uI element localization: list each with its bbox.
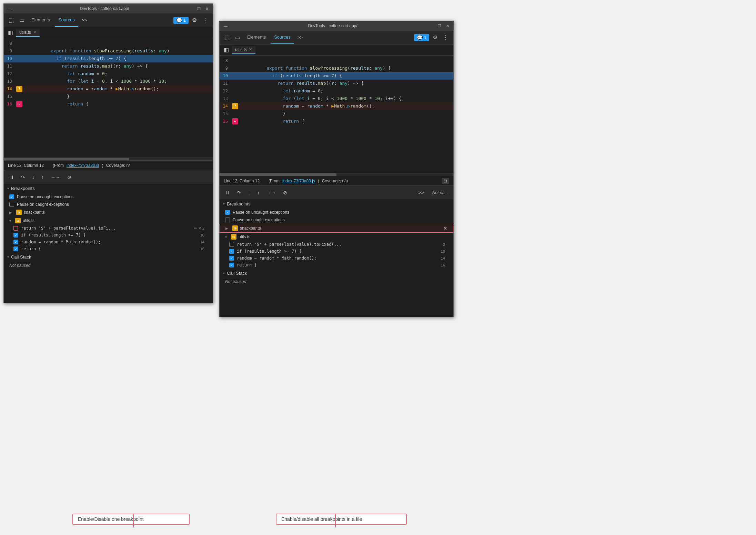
- breakpoints-header-2[interactable]: ▾ Breakpoints: [220, 199, 453, 209]
- minimize-btn[interactable]: —: [7, 7, 13, 11]
- inspect-icon-2[interactable]: ⬚: [222, 33, 232, 42]
- panel-toggle-2[interactable]: ◧: [221, 45, 232, 54]
- tab-sources-2[interactable]: Sources: [271, 31, 294, 44]
- titlebar-left-controls-2: —: [222, 24, 229, 28]
- window-title-2: DevTools - coffee-cart.app/: [229, 23, 436, 28]
- close-snackbar-breakpoint[interactable]: ✕: [443, 225, 447, 231]
- bp-cb-return-dollar-2[interactable]: [229, 242, 234, 247]
- bp-item-if-results-2: ✓ if (results.length >= 7) { 10: [220, 248, 453, 255]
- source-link-2[interactable]: index-73f73a80.js: [282, 179, 315, 183]
- toolbar-right-1: 💬 1 ⚙ ⋮: [173, 16, 210, 25]
- continue-btn-1[interactable]: →→: [48, 173, 63, 181]
- pause-caught-2: Pause on caught exceptions: [220, 216, 453, 224]
- restore-btn-2[interactable]: ❐: [436, 24, 443, 28]
- more-debug-btn[interactable]: >>: [415, 189, 426, 197]
- bp-cb-if-results-1[interactable]: ✓: [13, 233, 18, 238]
- continue-btn-2[interactable]: →→: [264, 189, 279, 197]
- panel-toggle-1[interactable]: ◧: [5, 28, 16, 37]
- code-area-1: 8 9 export function slowProcessing(resul…: [4, 38, 213, 158]
- bp-item-random-1: ✓ random = random * Math.random(); 14: [4, 239, 213, 245]
- snackbar-ts-icon-2: ts: [232, 225, 238, 231]
- titlebar-left-controls: —: [7, 7, 13, 11]
- pause-uncaught-cb-1[interactable]: ✓: [9, 194, 14, 199]
- file-tab-close-1[interactable]: ✕: [33, 30, 36, 34]
- bp-cb-return-dollar-1[interactable]: [13, 226, 18, 231]
- bp-item-return-1: ✓ return { 16: [4, 245, 213, 252]
- not-paused-2: Not paused: [220, 278, 453, 285]
- bp-item-if-results-1: ✓ if (results.length >= 7) { 10: [4, 232, 213, 239]
- deactivate-btn-2[interactable]: ⊘: [280, 189, 290, 197]
- bottom-panel-2: ▾ Breakpoints ✓ Pause on uncaught except…: [220, 199, 453, 317]
- step-out-btn-2[interactable]: ↑: [254, 189, 262, 197]
- bp-item-return-2: ✓ return { 16: [220, 262, 453, 269]
- snackbar-file-group-1[interactable]: ▶ ts snackbar.ts: [4, 208, 213, 216]
- bp-item-random-2: ✓ random = random * Math.random(); 14: [220, 255, 453, 262]
- window-titlebar-2: — DevTools - coffee-cart.app/ ❐ ✕: [220, 21, 453, 31]
- snackbar-file-group-2[interactable]: ▶ ts snackbar.ts ✕: [220, 224, 453, 233]
- utils-ts-icon-1: ts: [15, 218, 21, 223]
- file-tab-utils-2[interactable]: utils.ts ✕: [232, 46, 255, 54]
- pause-resume-btn-1[interactable]: ⏸: [7, 173, 17, 181]
- utils-file-group-1[interactable]: ▾ ts utils.ts: [4, 216, 213, 225]
- pause-uncaught-2: ✓ Pause on uncaught exceptions: [220, 209, 453, 216]
- utils-triangle-1: ▾: [9, 219, 11, 223]
- callstack-header-2[interactable]: ▾ Call Stack: [220, 269, 453, 278]
- callstack-triangle-2: ▾: [223, 271, 225, 275]
- more-tabs-2[interactable]: >>: [295, 33, 305, 41]
- message-badge-1[interactable]: 💬 1: [173, 17, 189, 24]
- file-tabbar-2: ◧ utils.ts ✕: [220, 44, 453, 55]
- file-tab-utils-1[interactable]: utils.ts ✕: [16, 29, 40, 37]
- bp-cb-if-results-2[interactable]: ✓: [229, 249, 234, 254]
- coverage-expand-btn[interactable]: ⊡: [442, 178, 449, 184]
- utils-triangle-2: ▾: [225, 235, 227, 239]
- pause-caught-cb-1[interactable]: [9, 202, 14, 207]
- bp-cb-random-2[interactable]: ✓: [229, 256, 234, 261]
- menu-icon-1[interactable]: ⋮: [200, 16, 210, 25]
- annotation-left: Enable/Disable one breakpoint: [72, 514, 190, 525]
- minimize-btn-2[interactable]: —: [222, 24, 229, 28]
- file-tabbar-1: ◧ utils.ts ✕: [4, 27, 213, 38]
- step-out-btn-1[interactable]: ↑: [39, 173, 47, 181]
- bp-cb-return-2[interactable]: ✓: [229, 263, 234, 268]
- menu-icon-2[interactable]: ⋮: [441, 33, 451, 42]
- snackbar-ts-icon-1: ts: [16, 210, 22, 215]
- more-tabs-1[interactable]: >>: [80, 16, 89, 24]
- breakpoints-header-1[interactable]: ▾ Breakpoints: [4, 184, 213, 193]
- utils-file-group-2[interactable]: ▾ ts utils.ts: [220, 233, 453, 241]
- tab-elements-1[interactable]: Elements: [28, 13, 53, 27]
- source-link-1[interactable]: index-73f73a80.js: [67, 163, 99, 168]
- tab-sources-1[interactable]: Sources: [55, 13, 78, 27]
- tab-elements-2[interactable]: Elements: [244, 31, 269, 44]
- pause-caught-1: Pause on caught exceptions: [4, 201, 213, 208]
- step-into-btn-2[interactable]: ↓: [245, 189, 253, 197]
- step-over-btn-2[interactable]: ↷: [234, 189, 244, 197]
- close-btn-1[interactable]: ✕: [204, 7, 210, 11]
- inspect-icon[interactable]: ⬚: [7, 16, 16, 25]
- pause-caught-cb-2[interactable]: [225, 218, 230, 222]
- close-btn-2[interactable]: ✕: [445, 24, 451, 28]
- gear-icon-2[interactable]: ⚙: [431, 33, 440, 42]
- device-icon-2[interactable]: ▭: [233, 33, 242, 42]
- device-icon[interactable]: ▭: [17, 16, 27, 25]
- deactivate-btn-1[interactable]: ⊘: [64, 173, 74, 181]
- step-into-btn-1[interactable]: ↓: [29, 173, 37, 181]
- bp-item-return-dollar-2: return '$' + parseFloat(value).toFixed(.…: [220, 241, 453, 248]
- not-paused-debug: Not pa...: [430, 190, 451, 196]
- devtools-window-1: — DevTools - coffee-cart.app/ ❐ ✕ ⬚ ▭ El…: [3, 3, 213, 303]
- window-title-1: DevTools - coffee-cart.app/: [13, 6, 196, 11]
- bp-item-return-dollar-1: return '$' + parseFloat(value).toFi... ✏…: [4, 225, 213, 232]
- code-line-16: 16 ▸ return {: [4, 100, 213, 108]
- message-badge-2[interactable]: 💬 1: [414, 34, 429, 41]
- callstack-header-1[interactable]: ▾ Call Stack: [4, 252, 213, 262]
- pause-uncaught-1: ✓ Pause on uncaught exceptions: [4, 193, 213, 201]
- restore-btn[interactable]: ❐: [196, 7, 202, 11]
- file-tab-close-2[interactable]: ✕: [249, 47, 252, 52]
- bp-cb-random-1[interactable]: ✓: [13, 240, 18, 244]
- bp-cb-return-1[interactable]: ✓: [13, 246, 18, 251]
- devtools-toolbar-2: ⬚ ▭ Elements Sources >> 💬 1 ⚙ ⋮: [220, 31, 453, 44]
- pause-uncaught-cb-2[interactable]: ✓: [225, 210, 230, 215]
- gear-icon-1[interactable]: ⚙: [190, 16, 199, 25]
- step-over-btn-1[interactable]: ↷: [18, 173, 28, 181]
- pause-resume-btn-2[interactable]: ⏸: [222, 189, 233, 197]
- annotation-right: Enable/disable all breakpoints in a file: [276, 514, 407, 525]
